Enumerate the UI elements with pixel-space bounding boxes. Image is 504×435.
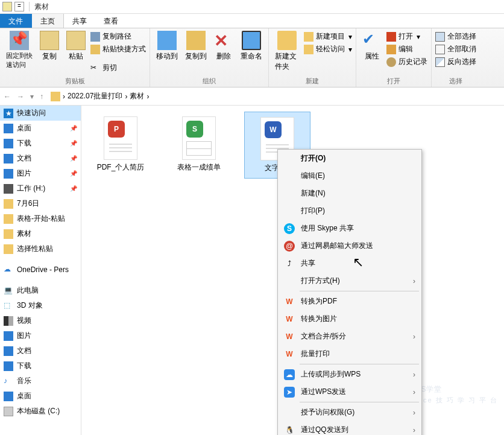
sidebar-local-disk-c[interactable]: 本地磁盘 (C:) — [0, 404, 81, 419]
clipboard-label: 剪贴板 — [4, 75, 146, 87]
sidebar-this-pc[interactable]: 💻此电脑 — [0, 283, 81, 298]
file-thumb: P — [104, 116, 137, 160]
folder-icon — [51, 92, 60, 101]
sidebar-downloads2[interactable]: 下载 — [0, 358, 81, 373]
ctx-upload-wps[interactable]: ☁上传或同步到WPS› — [278, 366, 421, 383]
move-to-button[interactable]: 移动到 — [154, 30, 180, 63]
ctx-to-image[interactable]: W转换为图片 — [278, 310, 421, 328]
group-clipboard: 📌 固定到快速访问 复制 粘贴 复制路径 粘贴快捷方式 ✂剪切 剪贴板 — [0, 28, 150, 87]
history-icon — [386, 57, 396, 67]
pin-quick-access-button[interactable]: 📌 固定到快速访问 — [4, 30, 35, 71]
qat-folder-icon[interactable] — [2, 2, 12, 11]
separator — [300, 402, 419, 402]
ctx-share[interactable]: ⤴共享 — [278, 255, 421, 272]
drive-icon — [4, 184, 13, 194]
ctx-to-pdf[interactable]: W转换为PDF — [278, 293, 421, 310]
file-item-pdf[interactable]: P PDF_个人简历 — [87, 112, 154, 179]
music-icon: ♪ — [4, 376, 13, 386]
pin-label: 固定到快速访问 — [6, 51, 33, 69]
wps-icon: W — [284, 331, 295, 342]
star-icon: ★ — [4, 109, 13, 118]
copy-button[interactable]: 复制 — [37, 30, 61, 63]
send-icon: ➤ — [284, 387, 295, 398]
nav-forward-button[interactable]: → — [16, 92, 25, 101]
sidebar-3d-objects[interactable]: ⬚3D 对象 — [0, 298, 81, 313]
chevron-icon: › — [125, 92, 127, 101]
ctx-edit[interactable]: 编辑(E) — [278, 167, 421, 185]
breadcrumb-parent[interactable]: 2022.07批量打印 — [68, 91, 122, 101]
desktop-icon — [4, 124, 13, 133]
sidebar-desktop2[interactable]: 桌面 — [0, 389, 81, 404]
open-button[interactable]: 打开▾ — [386, 31, 427, 42]
sidebar-onedrive[interactable]: ☁OneDrive - Pers — [0, 262, 81, 277]
copy-to-button[interactable]: 复制到 — [183, 30, 209, 63]
ctx-batch-print[interactable]: W批量打印 — [278, 345, 421, 363]
history-button[interactable]: 历史记录 — [386, 56, 427, 68]
new-item-button[interactable]: 新建项目▾ — [304, 31, 352, 42]
ctx-open-with[interactable]: 打开方式(H)› — [278, 272, 421, 290]
ctx-open[interactable]: 打开(O) — [278, 150, 421, 167]
nav-recent-button[interactable]: ▾ — [29, 92, 35, 101]
sidebar-documents[interactable]: 文档📌 — [0, 151, 81, 166]
scissors-icon: ✂ — [90, 63, 100, 73]
sidebar-selective-paste[interactable]: 选择性粘贴 — [0, 241, 81, 256]
ctx-grant-access[interactable]: 授予访问权限(G)› — [278, 404, 421, 421]
sidebar-work-drive[interactable]: 工作 (H:)📌 — [0, 181, 81, 196]
pin-icon: 📌 — [70, 170, 77, 177]
paste-shortcut-button[interactable]: 粘贴快捷方式 — [90, 43, 146, 55]
sidebar-pictures2[interactable]: 图片 — [0, 328, 81, 343]
ctx-send-qq[interactable]: 🐧通过QQ发送到› — [278, 421, 421, 435]
move-icon — [157, 31, 177, 50]
sidebar-documents2[interactable]: 文档 — [0, 343, 81, 358]
tab-home[interactable]: 主页 — [32, 14, 64, 28]
delete-button[interactable]: ✕删除 — [212, 30, 236, 63]
paste-button[interactable]: 粘贴 — [64, 30, 88, 63]
ctx-skype[interactable]: S使用 Skype 共享 — [278, 220, 421, 237]
pictures-icon — [4, 169, 13, 179]
select-all-icon — [435, 32, 445, 42]
sidebar-pictures[interactable]: 图片📌 — [0, 166, 81, 181]
sidebar-music[interactable]: ♪音乐 — [0, 373, 81, 389]
file-item-sheet[interactable]: S 表格一成绩单 — [166, 112, 232, 179]
chevron-icon: › — [63, 92, 65, 101]
new-folder-button[interactable]: 新建文件夹 — [272, 30, 301, 73]
properties-button[interactable]: ✔属性 — [360, 30, 384, 63]
invert-selection-button[interactable]: 反向选择 — [435, 56, 476, 68]
tab-share[interactable]: 共享 — [64, 14, 95, 28]
select-none-button[interactable]: 全部取消 — [435, 43, 476, 55]
easy-access-button[interactable]: 轻松访问▾ — [304, 43, 352, 55]
separator — [300, 291, 419, 291]
tab-file[interactable]: 文件 — [0, 14, 32, 28]
breadcrumb-current[interactable]: 素材 — [130, 91, 144, 101]
nav-up-button[interactable]: ↑ — [39, 92, 45, 101]
sidebar-material[interactable]: 素材 — [0, 226, 81, 241]
sidebar-table-start[interactable]: 表格-开始-粘贴 — [0, 211, 81, 226]
folder-icon — [4, 229, 13, 239]
ctx-print[interactable]: 打印(P) — [278, 202, 421, 220]
sidebar-july6[interactable]: 7月6日 — [0, 196, 81, 211]
sidebar-downloads[interactable]: 下载📌 — [0, 136, 81, 151]
sidebar-videos[interactable]: 视频 — [0, 313, 81, 328]
ctx-merge-split[interactable]: W文档合并/拆分› — [278, 328, 421, 345]
edit-button[interactable]: 编辑 — [386, 43, 427, 55]
ctx-new[interactable]: 新建(N) — [278, 185, 421, 202]
select-all-button[interactable]: 全部选择 — [435, 31, 476, 42]
ctx-netease[interactable]: @通过网易邮箱大师发送 — [278, 237, 421, 255]
sidebar-quick-access[interactable]: ★快速访问 — [0, 106, 81, 121]
sidebar-desktop[interactable]: 桌面📌 — [0, 121, 81, 136]
paste-label: 粘贴 — [69, 51, 83, 62]
breadcrumb-path[interactable]: › 2022.07批量打印 › 素材 › — [48, 91, 151, 101]
qat-equals-icon[interactable]: = — [14, 2, 24, 11]
sheet-app-icon: S — [186, 121, 203, 138]
tab-view[interactable]: 查看 — [95, 14, 127, 28]
wps-icon: W — [284, 314, 295, 325]
download-icon — [4, 361, 13, 371]
nav-back-button[interactable]: ← — [2, 92, 12, 101]
cut-button[interactable]: ✂剪切 — [90, 62, 146, 74]
share-icon: ⤴ — [284, 258, 295, 269]
ctx-send-wps[interactable]: ➤通过WPS发送› — [278, 383, 421, 401]
copy-path-button[interactable]: 复制路径 — [90, 31, 146, 42]
rename-button[interactable]: 重命名 — [238, 30, 265, 63]
wps-icon — [386, 32, 396, 42]
submenu-arrow-icon: › — [413, 426, 415, 434]
